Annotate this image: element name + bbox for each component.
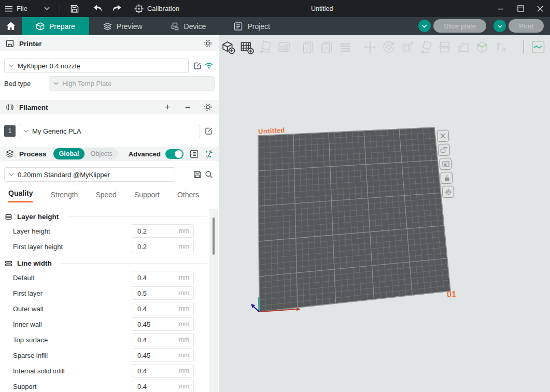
print-options-button[interactable] xyxy=(493,20,506,32)
setting-value: 0.4 xyxy=(137,336,179,344)
edit-filament-button[interactable] xyxy=(203,125,215,137)
compare-params-button[interactable] xyxy=(204,148,214,159)
calibration-button[interactable]: Calibration xyxy=(130,0,184,17)
remove-filament-button[interactable]: − xyxy=(182,101,193,113)
edit-printer-button[interactable] xyxy=(192,60,203,71)
process-section-header: Process Global Objects Advanced xyxy=(0,147,219,161)
print-button[interactable]: Print xyxy=(509,19,544,33)
printer-settings-button[interactable] xyxy=(202,38,214,49)
process-preset-select[interactable]: 0.20mm Standard @MyKlipper xyxy=(4,167,175,182)
file-menu-button[interactable]: File xyxy=(0,0,32,17)
filament-settings-button[interactable] xyxy=(202,101,214,113)
filament-section-title: Filament xyxy=(19,104,48,111)
calibration-icon xyxy=(134,4,144,13)
setting-unit: mm xyxy=(179,289,189,297)
scrollbar-track[interactable] xyxy=(209,209,218,392)
printer-connection-button[interactable] xyxy=(203,60,215,71)
setting-label: First layer xyxy=(13,289,132,297)
setting-label: Sparse infill xyxy=(13,352,132,359)
nav-actions: Slice plate Print xyxy=(418,19,544,33)
redo-icon xyxy=(112,5,122,12)
home-button[interactable] xyxy=(0,17,22,35)
process-tab-quality[interactable]: Quality xyxy=(8,189,33,202)
plate-name-label: Untitled xyxy=(258,126,285,136)
group-header[interactable]: Layer height xyxy=(0,210,219,223)
close-button[interactable] xyxy=(530,0,550,17)
slice-options-button[interactable] xyxy=(418,20,431,32)
maximize-button[interactable] xyxy=(511,0,530,17)
tab-prepare[interactable]: Prepare xyxy=(22,17,89,35)
filament-preset-select[interactable]: My Generic PLA xyxy=(19,124,200,138)
file-menu-dropdown-button[interactable] xyxy=(39,0,54,17)
printer-section-title: Printer xyxy=(19,40,42,48)
setting-value: 0.4 xyxy=(137,367,179,375)
group-rule xyxy=(60,263,207,264)
setting-value: 0.2 xyxy=(137,227,179,235)
filament-section-header: Filament + − xyxy=(0,100,219,114)
setting-input[interactable]: 0.2mm xyxy=(132,240,194,253)
chevron-down-icon xyxy=(9,173,14,176)
setting-input[interactable]: 0.2mm xyxy=(132,224,194,238)
scope-global-option[interactable]: Global xyxy=(53,148,85,159)
save-button[interactable] xyxy=(65,0,84,17)
plate-index-label: 01 xyxy=(447,290,456,299)
build-plate[interactable] xyxy=(219,35,550,392)
setting-input[interactable]: 0.45mm xyxy=(132,317,194,331)
process-tab-strength[interactable]: Strength xyxy=(50,191,78,202)
settings-groups: Layer heightLayer height0.2mmFirst layer… xyxy=(0,205,219,392)
undo-button[interactable] xyxy=(88,0,107,17)
setting-input[interactable]: 0.4mm xyxy=(132,302,194,315)
slice-plate-button[interactable]: Slice plate xyxy=(433,19,486,33)
tab-project[interactable]: Project xyxy=(220,17,284,35)
filament-preset-row: 1 My Generic PLA xyxy=(0,124,219,138)
plate-swap-button[interactable] xyxy=(438,144,450,156)
line-width-icon xyxy=(4,259,13,268)
advanced-label: Advanced xyxy=(129,150,161,158)
bed-type-label: Bed type xyxy=(4,80,49,88)
plate-lock-button[interactable] xyxy=(441,172,453,184)
redo-button[interactable] xyxy=(107,0,126,17)
setting-row: Inner wall0.45mm xyxy=(0,316,219,332)
scope-objects-option[interactable]: Objects xyxy=(84,148,118,159)
app-window: File Calibration xyxy=(0,0,550,392)
group-header[interactable]: Line width xyxy=(0,256,219,270)
scrollbar-thumb[interactable] xyxy=(213,217,215,255)
setting-input[interactable]: 0.4mm xyxy=(132,333,194,346)
setting-input[interactable]: 0.5mm xyxy=(132,286,194,300)
printer-preset-select[interactable]: MyKlipper 0.4 nozzle xyxy=(4,59,189,73)
plate-delete-button[interactable] xyxy=(437,130,449,142)
setting-unit: mm xyxy=(179,383,189,390)
process-tab-others[interactable]: Others xyxy=(177,191,199,202)
save-preset-button[interactable] xyxy=(192,169,203,180)
search-settings-button[interactable] xyxy=(203,169,215,180)
setting-unit: mm xyxy=(179,336,189,343)
printer-preset-value: MyKlipper 0.4 nozzle xyxy=(18,62,80,70)
advanced-toggle[interactable] xyxy=(165,149,184,159)
setting-row: Default0.4mm xyxy=(0,270,219,285)
tab-device[interactable]: Device xyxy=(157,17,220,35)
process-tab-support[interactable]: Support xyxy=(134,191,160,202)
setting-input[interactable]: 0.4mm xyxy=(132,380,194,392)
plate-arrange-button[interactable] xyxy=(440,158,452,170)
chevron-down-icon xyxy=(53,82,59,85)
add-filament-button[interactable]: + xyxy=(162,101,173,113)
tab-preview[interactable]: Preview xyxy=(89,17,157,35)
bed-type-select[interactable]: High Temp Plate xyxy=(49,76,215,91)
minimize-button[interactable] xyxy=(491,0,511,17)
tab-label: Device xyxy=(184,22,206,31)
process-preset-value: 0.20mm Standard @MyKlipper xyxy=(18,171,110,179)
process-tab-speed[interactable]: Speed xyxy=(95,191,116,202)
settings-list-button[interactable] xyxy=(188,148,200,159)
setting-input[interactable]: 0.4mm xyxy=(132,364,194,378)
calibration-label: Calibration xyxy=(147,5,179,12)
save-icon xyxy=(70,4,79,13)
plate-settings-button[interactable] xyxy=(442,186,455,198)
filament-preset-value: My Generic PLA xyxy=(32,127,81,135)
setting-input[interactable]: 0.4mm xyxy=(132,271,194,284)
setting-input[interactable]: 0.45mm xyxy=(132,349,194,362)
setting-label: Layer height xyxy=(13,227,132,235)
viewport-3d[interactable]: 0 P xyxy=(219,35,550,392)
filament-slot-badge[interactable]: 1 xyxy=(4,125,16,137)
titlebar-divider xyxy=(60,4,60,13)
preview-icon xyxy=(103,22,112,31)
